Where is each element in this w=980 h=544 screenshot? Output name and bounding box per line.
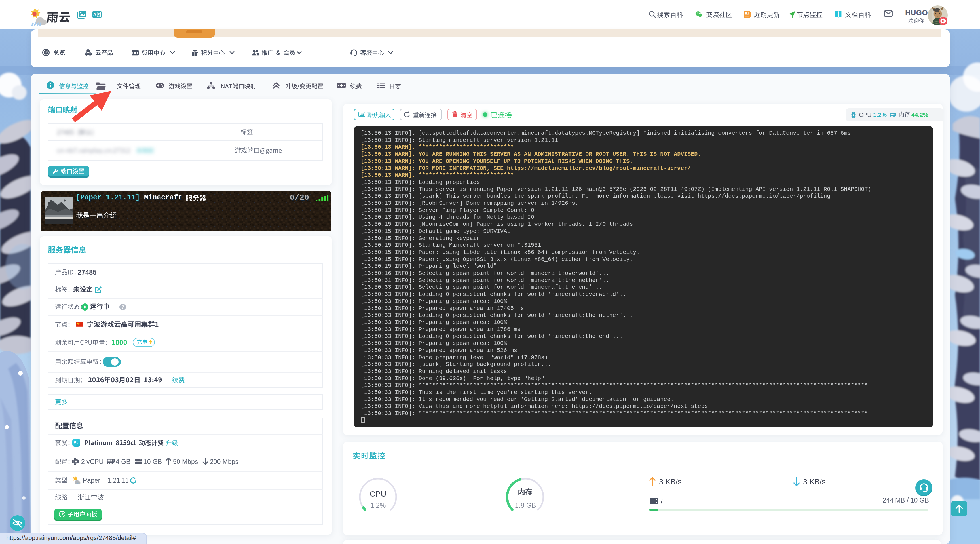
svg-text:?: ? xyxy=(121,304,124,309)
svg-text:A: A xyxy=(93,12,96,17)
